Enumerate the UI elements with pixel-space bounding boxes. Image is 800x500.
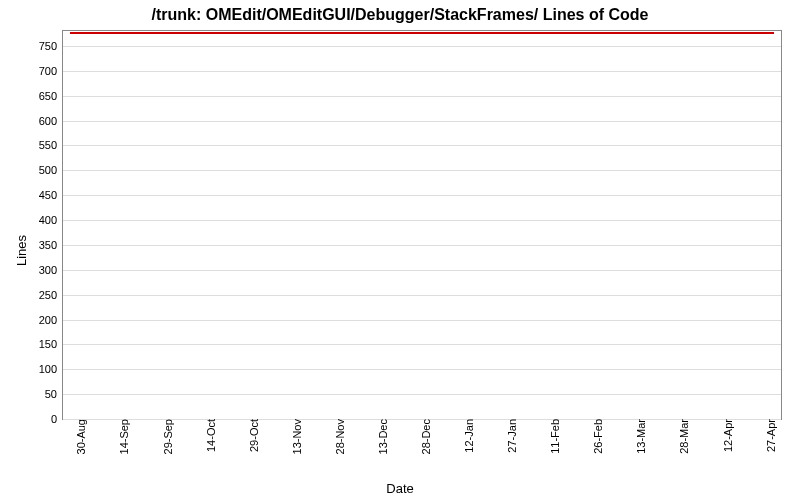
- x-tick-label: 14-Oct: [203, 419, 217, 452]
- y-tick-label: 450: [39, 189, 63, 201]
- y-tick-label: 0: [51, 413, 63, 425]
- gridline: [63, 121, 781, 122]
- chart-title: /trunk: OMEdit/OMEditGUI/Debugger/StackF…: [0, 6, 800, 24]
- x-tick-label: 30-Aug: [73, 419, 87, 454]
- y-tick-label: 500: [39, 164, 63, 176]
- loc-chart: /trunk: OMEdit/OMEditGUI/Debugger/StackF…: [0, 0, 800, 500]
- y-tick-label: 200: [39, 314, 63, 326]
- gridline: [63, 394, 781, 395]
- x-tick-label: 27-Jan: [504, 419, 518, 453]
- plot-area: 0501001502002503003504004505005506006507…: [62, 30, 782, 420]
- y-tick-label: 400: [39, 214, 63, 226]
- gridline: [63, 145, 781, 146]
- x-tick-label: 28-Nov: [332, 419, 346, 454]
- y-tick-label: 550: [39, 139, 63, 151]
- y-tick-label: 600: [39, 115, 63, 127]
- x-tick-label: 26-Feb: [590, 419, 604, 454]
- y-tick-label: 650: [39, 90, 63, 102]
- y-axis-label: Lines: [6, 0, 37, 500]
- gridline: [63, 71, 781, 72]
- x-tick-label: 27-Apr: [763, 419, 777, 452]
- x-axis-label: Date: [0, 481, 800, 496]
- x-tick-label: 11-Feb: [547, 419, 561, 454]
- series-line: [70, 32, 774, 34]
- x-tick-label: 12-Apr: [720, 419, 734, 452]
- gridline: [63, 195, 781, 196]
- x-tick-label: 28-Mar: [676, 419, 690, 454]
- gridline: [63, 245, 781, 246]
- y-tick-label: 300: [39, 264, 63, 276]
- y-tick-label: 700: [39, 65, 63, 77]
- x-tick-label: 13-Dec: [375, 419, 389, 454]
- gridline: [63, 46, 781, 47]
- x-tick-label: 29-Oct: [246, 419, 260, 452]
- x-tick-label: 28-Dec: [418, 419, 432, 454]
- y-tick-label: 250: [39, 289, 63, 301]
- x-tick-label: 29-Sep: [160, 419, 174, 454]
- x-tick-label: 14-Sep: [116, 419, 130, 454]
- gridline: [63, 344, 781, 345]
- y-tick-label: 50: [45, 388, 63, 400]
- x-tick-label: 13-Mar: [633, 419, 647, 454]
- y-tick-label: 100: [39, 363, 63, 375]
- gridline: [63, 96, 781, 97]
- y-tick-label: 350: [39, 239, 63, 251]
- gridline: [63, 369, 781, 370]
- gridline: [63, 295, 781, 296]
- gridline: [63, 220, 781, 221]
- x-tick-label: 13-Nov: [289, 419, 303, 454]
- x-tick-label: 12-Jan: [461, 419, 475, 453]
- gridline: [63, 270, 781, 271]
- y-tick-label: 750: [39, 40, 63, 52]
- gridline: [63, 170, 781, 171]
- gridline: [63, 320, 781, 321]
- y-tick-label: 150: [39, 338, 63, 350]
